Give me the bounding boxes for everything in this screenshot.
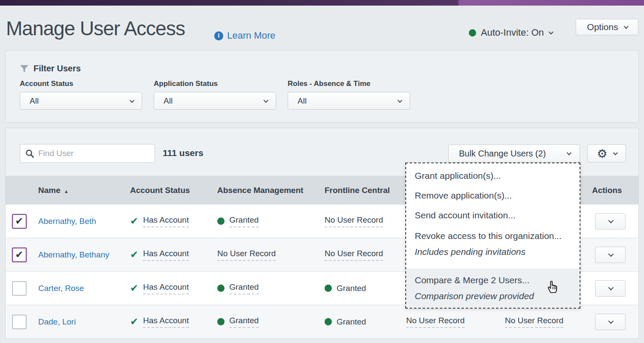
checkmark-icon: ✔	[15, 216, 23, 226]
column-header-absence-management[interactable]: Absence Management	[217, 186, 325, 195]
check-icon: ✔	[130, 317, 138, 327]
filter-title: Filter Users	[33, 64, 81, 74]
column-header-name[interactable]: Name▲	[38, 186, 130, 195]
menu-item-note: Comparison preview provided	[415, 291, 571, 301]
granted-dot-icon	[217, 285, 225, 292]
extra1-value[interactable]: No User Record	[406, 316, 465, 328]
granted-dot-icon	[325, 285, 332, 292]
learn-more-link[interactable]: Learn More	[227, 30, 276, 41]
menu-item-compare-merge[interactable]: Compare & Merge 2 Users... Comparison pr…	[406, 269, 580, 308]
frontline-value[interactable]: No User Record	[325, 215, 383, 227]
absence-value[interactable]: No User Record	[217, 249, 276, 261]
absence-value[interactable]: Granted	[229, 282, 259, 294]
filter-label: Account Status	[20, 80, 142, 88]
row-actions-button[interactable]	[595, 247, 626, 263]
chevron-down-icon	[264, 98, 268, 102]
chevron-down-icon	[608, 218, 614, 224]
top-accent-bar	[0, 0, 644, 6]
frontline-value[interactable]: No User Record	[325, 249, 383, 261]
granted-dot-icon	[217, 318, 225, 325]
bulk-change-users-button[interactable]: Bulk Change Users (2)	[448, 144, 580, 162]
row-checkbox[interactable]: ✔	[12, 214, 27, 229]
user-name-link[interactable]: Abernathy, Bethany	[38, 250, 109, 260]
chevron-down-icon	[549, 30, 553, 34]
checkmark-icon: ✔	[15, 250, 23, 260]
page-header: Manage User Access i Learn More Auto-Inv…	[0, 6, 644, 50]
chevron-down-icon	[567, 150, 571, 155]
row-checkbox[interactable]: ✔	[12, 248, 27, 262]
find-user-search[interactable]	[20, 144, 155, 163]
bulk-button-label: Bulk Change Users (2)	[459, 149, 546, 159]
bulk-change-dropdown-menu: Grant application(s)... Remove applicati…	[405, 162, 580, 309]
auto-invite-label: Auto-Invite: On	[481, 27, 544, 38]
select-value: All	[164, 96, 173, 106]
settings-gear-button[interactable]: ⚙	[587, 144, 626, 162]
menu-item-grant-applications[interactable]: Grant application(s)...	[406, 166, 580, 186]
menu-item-remove-applications[interactable]: Remove application(s)...	[406, 186, 580, 205]
page-title: Manage User Access	[6, 17, 185, 40]
filter-field-application-status: Application Status All	[154, 80, 276, 110]
learn-more-group: i Learn More	[214, 30, 276, 41]
granted-dot-icon	[325, 318, 332, 325]
filter-header: Filter Users	[20, 64, 81, 74]
account-status-select[interactable]: All	[20, 92, 142, 110]
menu-item-label: Revoke access to this organization...	[415, 231, 571, 241]
auto-invite-status-dot-icon	[469, 29, 476, 37]
search-input[interactable]	[38, 149, 150, 158]
column-header-frontline-central[interactable]: Frontline Central	[325, 186, 406, 195]
check-icon: ✔	[130, 216, 138, 226]
chevron-down-icon	[130, 98, 134, 102]
chevron-down-icon	[398, 98, 402, 102]
search-icon	[25, 149, 34, 158]
row-actions-button[interactable]	[595, 213, 626, 230]
check-icon: ✔	[130, 250, 138, 260]
account-status-value[interactable]: Has Account	[143, 249, 189, 261]
frontline-value: Granted	[337, 284, 366, 293]
roles-select[interactable]: All	[288, 92, 410, 110]
filter-label: Roles - Absence & Time	[288, 80, 410, 88]
page: Manage User Access i Learn More Auto-Inv…	[0, 0, 644, 343]
user-count: 111 users	[163, 148, 204, 158]
gear-icon: ⚙	[597, 148, 607, 159]
menu-item-send-invitation[interactable]: Send account invitation...	[406, 205, 580, 225]
chevron-down-icon	[613, 150, 617, 155]
menu-item-note: Includes pending invitations	[415, 247, 571, 257]
account-status-value[interactable]: Has Account	[143, 316, 189, 328]
options-button[interactable]: Options	[576, 19, 638, 35]
account-status-value[interactable]: Has Account	[143, 282, 189, 294]
menu-item-revoke-access[interactable]: Revoke access to this organization... In…	[406, 225, 580, 260]
options-button-label: Options	[587, 22, 618, 32]
account-status-value[interactable]: Has Account	[143, 215, 189, 227]
check-icon: ✔	[130, 283, 138, 293]
column-header-account-status[interactable]: Account Status	[130, 186, 217, 195]
row-actions-button[interactable]	[595, 280, 626, 297]
granted-dot-icon	[217, 217, 225, 225]
filter-label: Application Status	[154, 80, 276, 88]
chevron-down-icon	[608, 318, 614, 324]
info-icon: i	[214, 31, 223, 40]
application-status-select[interactable]: All	[154, 92, 276, 110]
absence-value[interactable]: Granted	[229, 215, 259, 227]
menu-item-label: Compare & Merge 2 Users...	[415, 276, 571, 285]
absence-value[interactable]: Granted	[229, 316, 259, 328]
chevron-down-icon	[608, 251, 614, 257]
row-checkbox[interactable]	[12, 315, 27, 329]
chevron-down-icon	[608, 285, 614, 291]
filter-funnel-icon	[20, 64, 29, 73]
auto-invite-toggle[interactable]: Auto-Invite: On	[469, 27, 552, 38]
frontline-value: Granted	[337, 317, 366, 327]
chevron-down-icon	[623, 24, 628, 29]
select-value: All	[30, 96, 39, 106]
filter-field-roles: Roles - Absence & Time All	[288, 80, 410, 110]
filter-field-account-status: Account Status All	[20, 80, 142, 110]
extra2-value[interactable]: No User Record	[505, 316, 563, 328]
column-header-actions: Actions	[581, 186, 638, 195]
user-name-link[interactable]: Carter, Rose	[38, 284, 84, 293]
table-row: Dade, Lori ✔Has Account Granted Granted …	[6, 305, 638, 339]
row-checkbox[interactable]	[12, 281, 27, 296]
user-name-link[interactable]: Dade, Lori	[38, 317, 76, 327]
select-value: All	[298, 96, 307, 106]
row-actions-button[interactable]	[595, 314, 626, 330]
filter-panel: Filter Users Account Status All Applicat…	[5, 50, 639, 122]
user-name-link[interactable]: Abernathy, Beth	[38, 217, 96, 226]
